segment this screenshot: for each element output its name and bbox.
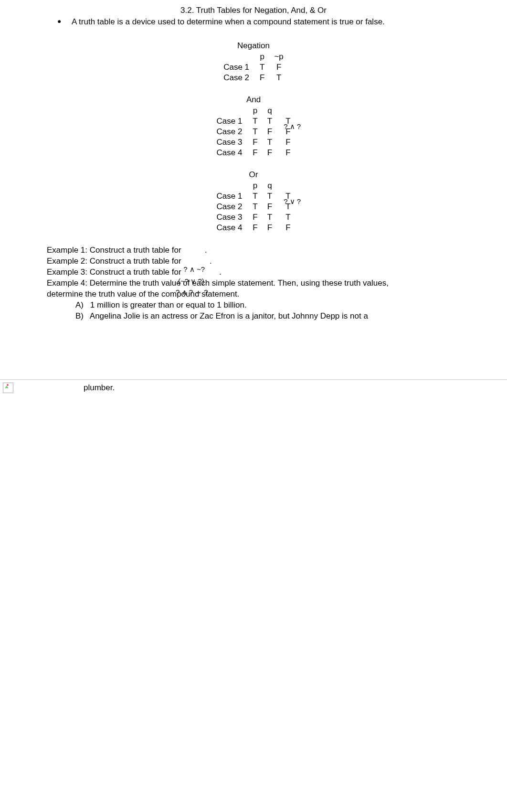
ex2-text: Example 2: Construct a truth table for bbox=[47, 256, 183, 266]
option-a-label: A) bbox=[75, 300, 88, 311]
col-notp: ~p bbox=[269, 52, 288, 62]
ex2-trail: . bbox=[210, 256, 212, 266]
cell: F bbox=[248, 223, 262, 233]
table-row: Case 1 T T T bbox=[211, 116, 295, 127]
table-row: Case 2 F T bbox=[219, 73, 288, 83]
ex3-text: Example 3: Construct a truth table for bbox=[47, 267, 183, 277]
cell: T bbox=[248, 202, 262, 212]
section-title: 3.2. Truth Tables for Negation, And, & O… bbox=[0, 6, 507, 15]
cell: F bbox=[255, 73, 269, 83]
row-label: Case 1 bbox=[211, 116, 248, 127]
row-label: Case 3 bbox=[211, 137, 248, 148]
cell: T bbox=[263, 137, 277, 148]
ex4-overlay2: ? ∧ ? ↔ ? bbox=[176, 288, 208, 297]
row-label: Case 1 bbox=[219, 62, 255, 73]
ex3-trail: . bbox=[219, 267, 222, 277]
example-4-line2: determine the truth value of the compoun… bbox=[47, 289, 478, 300]
row-label: Case 3 bbox=[211, 212, 248, 223]
bullet-dot: ● bbox=[57, 17, 72, 27]
and-title: And bbox=[129, 95, 378, 105]
cell: T bbox=[248, 191, 262, 202]
or-table: Or p q Case 1 T T T Case 2 T F bbox=[129, 170, 378, 233]
col-p: p bbox=[248, 181, 262, 191]
negation-table: Negation p ~p Case 1 T F Case 2 F T bbox=[129, 41, 378, 83]
negation-header-row: p ~p bbox=[219, 52, 288, 62]
ex4-overlay1: (~? ∨ ?) bbox=[178, 277, 204, 286]
table-row: Case 3 F T F bbox=[211, 137, 295, 148]
broken-image-icon bbox=[3, 383, 13, 393]
cell: T bbox=[263, 116, 277, 127]
example-1: Example 1: Construct a truth table for . bbox=[47, 245, 478, 256]
cell: F bbox=[263, 148, 277, 158]
or-header-row: p q bbox=[211, 181, 295, 191]
cell: F bbox=[263, 202, 277, 212]
cell: F bbox=[248, 148, 262, 158]
intro-text: A truth table is a device used to determ… bbox=[72, 17, 385, 27]
table-row: Case 1 T T T bbox=[211, 191, 295, 202]
table-row: Case 4 F F F bbox=[211, 148, 295, 158]
ex1-text: Example 1: Construct a truth table for bbox=[47, 246, 183, 255]
option-b-text: Angelina Jolie is an actress or Zac Efro… bbox=[90, 311, 368, 321]
cell: F bbox=[277, 148, 295, 158]
example-2: Example 2: Construct a truth table for . bbox=[47, 256, 478, 267]
cell: T bbox=[263, 191, 277, 202]
blank bbox=[211, 106, 248, 116]
table-row: Case 1 T F bbox=[219, 62, 288, 73]
and-result-header: ? ∧ ? bbox=[284, 122, 301, 131]
table-row: Case 4 F F F bbox=[211, 223, 295, 233]
row-label: Case 2 bbox=[211, 202, 248, 212]
example-4-line1: Example 4: Determine the truth value of … bbox=[47, 278, 478, 289]
example-3: Example 3: Construct a truth table for ?… bbox=[47, 267, 478, 278]
or-result-header: ? ∨ ? bbox=[284, 197, 301, 206]
col-p: p bbox=[248, 106, 262, 116]
row-label: Case 4 bbox=[211, 148, 248, 158]
option-a-text: 1 million is greater than or equal to 1 … bbox=[90, 300, 247, 310]
table-row: Case 3 F T T bbox=[211, 212, 295, 223]
ex3-expr: ? ∧ ~? bbox=[183, 265, 205, 274]
cell: ? ∨ ? T bbox=[277, 202, 295, 212]
ex4b-text: determine the truth value of the compoun… bbox=[47, 289, 240, 299]
option-b-label: B) bbox=[75, 311, 88, 322]
and-table: And p q Case 1 T T T Case 2 T F bbox=[129, 95, 378, 158]
row-label: Case 2 bbox=[211, 127, 248, 137]
blank bbox=[211, 181, 248, 191]
cell: T bbox=[248, 116, 262, 127]
and-header-row: p q bbox=[211, 106, 295, 116]
col-result bbox=[277, 181, 295, 191]
row-label: Case 2 bbox=[219, 73, 255, 83]
cell: F bbox=[277, 137, 295, 148]
col-q: q bbox=[263, 106, 277, 116]
cell: T bbox=[248, 127, 262, 137]
cell: F bbox=[269, 62, 288, 73]
table-row: Case 2 T F ? ∧ ? F bbox=[211, 127, 295, 137]
cell: F bbox=[248, 212, 262, 223]
row-label: Case 1 bbox=[211, 191, 248, 202]
cell: F bbox=[248, 137, 262, 148]
negation-title: Negation bbox=[129, 41, 378, 51]
continuation-text: plumber. bbox=[84, 383, 115, 392]
intro-bullet: ● A truth table is a device used to dete… bbox=[57, 17, 507, 27]
col-result bbox=[277, 106, 295, 116]
option-b: B) Angelina Jolie is an actress or Zac E… bbox=[75, 311, 478, 322]
cell: ? ∧ ? F bbox=[277, 127, 295, 137]
cell: T bbox=[255, 62, 269, 73]
blank bbox=[219, 52, 255, 62]
cell: F bbox=[263, 223, 277, 233]
or-title: Or bbox=[129, 170, 378, 180]
col-q: q bbox=[263, 181, 277, 191]
option-a: A) 1 million is greater than or equal to… bbox=[75, 300, 478, 311]
table-row: Case 2 T F ? ∨ ? T bbox=[211, 202, 295, 212]
cell: F bbox=[263, 127, 277, 137]
ex1-trail: . bbox=[205, 246, 207, 255]
cell: T bbox=[269, 73, 288, 83]
cell: T bbox=[263, 212, 277, 223]
col-p: p bbox=[255, 52, 269, 62]
cell: F bbox=[277, 223, 295, 233]
row-label: Case 4 bbox=[211, 223, 248, 233]
page-break: plumber. bbox=[0, 379, 507, 394]
ex4a-text: Example 4: Determine the truth value of … bbox=[47, 278, 389, 288]
cell: T bbox=[277, 212, 295, 223]
examples-block: Example 1: Construct a truth table for .… bbox=[47, 245, 478, 322]
